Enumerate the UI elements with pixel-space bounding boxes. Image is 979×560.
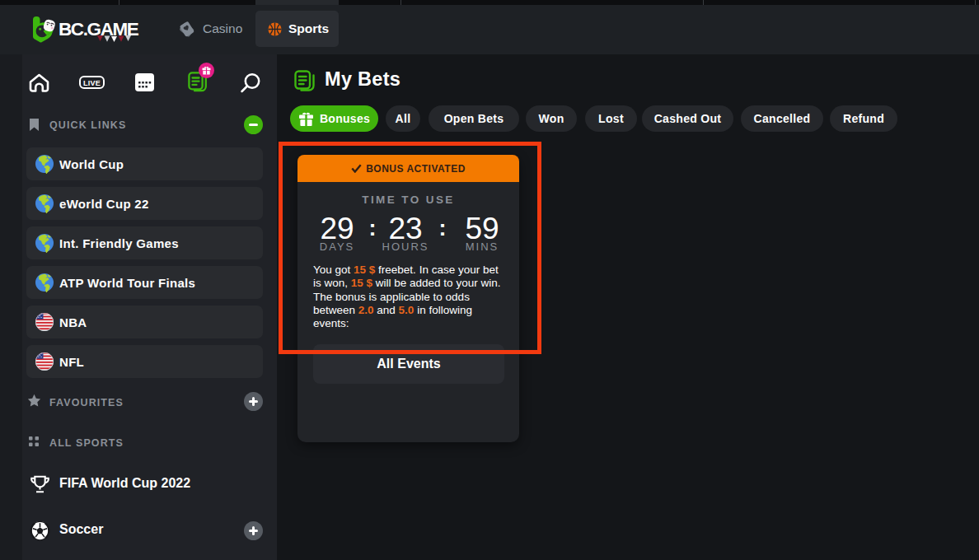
svg-text:LIVE: LIVE <box>83 79 101 87</box>
